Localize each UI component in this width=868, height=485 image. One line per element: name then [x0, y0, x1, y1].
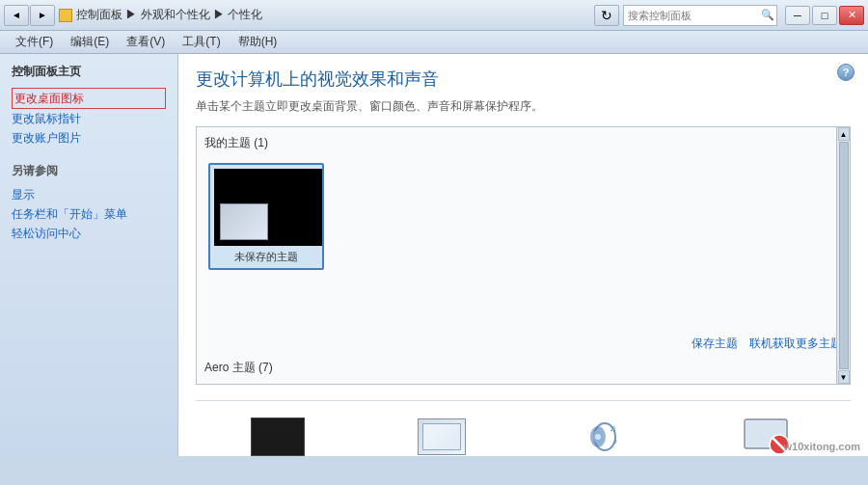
desktop-background-icon-wrap: [251, 417, 305, 456]
svg-text:♪: ♪: [613, 437, 617, 445]
theme-name: 未保存的主题: [214, 250, 318, 264]
theme-actions: 保存主题 联机获取更多主题: [204, 336, 842, 352]
window-color-icon: [418, 418, 466, 455]
window-controls: ─ □ ✕: [785, 6, 864, 25]
theme-preview-inner: [220, 203, 268, 240]
scroll-thumb: [839, 142, 849, 369]
sidebar-item-mouse-pointer[interactable]: 更改鼠标指针: [12, 109, 166, 128]
scrollbar[interactable]: ▲ ▼: [836, 127, 850, 384]
theme-item-unsaved[interactable]: 未保存的主题: [208, 163, 324, 270]
back-button[interactable]: ◄: [4, 5, 29, 26]
sidebar-item-accessibility[interactable]: 轻松访问中心: [12, 224, 166, 243]
page-subtitle: 单击某个主题立即更改桌面背景、窗口颜色、声音和屏幕保护程序。: [196, 98, 851, 115]
window-color-icon-wrap: [415, 417, 469, 456]
desktop-background-icon: [251, 418, 305, 456]
menu-file[interactable]: 文件(F): [8, 32, 61, 52]
theme-preview: [214, 169, 322, 246]
content-area: ? 更改计算机上的视觉效果和声音 单击某个主题立即更改桌面背景、窗口颜色、声音和…: [178, 54, 868, 456]
sound-icon-wrap: ♫ ♪: [578, 417, 632, 456]
window-color-item[interactable]: 窗口颜色 自定义: [360, 413, 524, 456]
sidebar-item-desktop-icons[interactable]: 更改桌面图标: [12, 88, 166, 109]
close-button[interactable]: ✕: [839, 6, 864, 25]
theme-panel: 我的主题 (1) 未保存的主题 ▲ ▼: [196, 126, 851, 385]
search-input[interactable]: [628, 10, 761, 21]
sidebar-also-see: 另请参阅: [12, 163, 166, 179]
my-themes-title: 我的主题 (1): [204, 135, 842, 151]
main-container: 控制面板主页 更改桌面图标 更改鼠标指针 更改账户图片 另请参阅 显示 任务栏和…: [0, 54, 868, 456]
theme-panel-wrapper: 我的主题 (1) 未保存的主题 ▲ ▼: [196, 126, 851, 385]
sound-icon: ♫ ♪: [581, 418, 629, 455]
minimize-button[interactable]: ─: [785, 6, 810, 25]
aero-title: Aero 主题 (7): [204, 360, 842, 376]
menu-help[interactable]: 帮助(H): [231, 32, 285, 52]
scroll-down[interactable]: ▼: [838, 370, 850, 384]
scroll-up[interactable]: ▲: [838, 127, 850, 141]
address-path: 控制面板 ▶ 外观和个性化 ▶ 个性化: [76, 7, 262, 23]
help-icon[interactable]: ?: [837, 64, 854, 81]
menu-edit[interactable]: 编辑(E): [63, 32, 117, 52]
menu-view[interactable]: 查看(V): [119, 32, 173, 52]
svg-text:♫: ♫: [610, 423, 617, 434]
forward-button[interactable]: ►: [30, 5, 55, 26]
menu-bar: 文件(F) 编辑(E) 查看(V) 工具(T) 帮助(H): [0, 31, 868, 54]
sidebar-main-title: 控制面板主页: [12, 64, 166, 80]
search-icon: 🔍: [761, 9, 774, 21]
sidebar-item-taskbar[interactable]: 任务栏和「开始」菜单: [12, 204, 166, 224]
title-bar: ◄ ► 控制面板 ▶ 外观和个性化 ▶ 个性化 ↻ 🔍 ─ □ ✕: [0, 0, 868, 31]
page-title: 更改计算机上的视觉效果和声音: [196, 67, 851, 91]
desktop-background-item[interactable]: 桌面背景 7aec1: [196, 413, 360, 456]
sidebar-item-account-picture[interactable]: 更改账户图片: [12, 128, 166, 148]
sidebar: 控制面板主页 更改桌面图标 更改鼠标指针 更改账户图片 另请参阅 显示 任务栏和…: [0, 54, 178, 456]
menu-tools[interactable]: 工具(T): [175, 32, 228, 52]
watermark: w10xitong.com: [784, 441, 860, 452]
theme-scroll-area: 未保存的主题: [204, 159, 842, 328]
search-box: 🔍: [623, 5, 777, 26]
sidebar-item-display[interactable]: 显示: [12, 185, 166, 204]
get-more-themes-link[interactable]: 联机获取更多主题: [749, 336, 842, 352]
svg-point-3: [595, 434, 601, 440]
sound-item[interactable]: ♫ ♪ 声音 风景: [524, 413, 688, 456]
refresh-button[interactable]: ↻: [594, 5, 619, 26]
maximize-button[interactable]: □: [812, 6, 837, 25]
save-theme-link[interactable]: 保存主题: [692, 336, 738, 352]
bottom-icons: 桌面背景 7aec1 窗口颜色 自定义: [196, 400, 851, 456]
folder-icon: [59, 9, 72, 22]
